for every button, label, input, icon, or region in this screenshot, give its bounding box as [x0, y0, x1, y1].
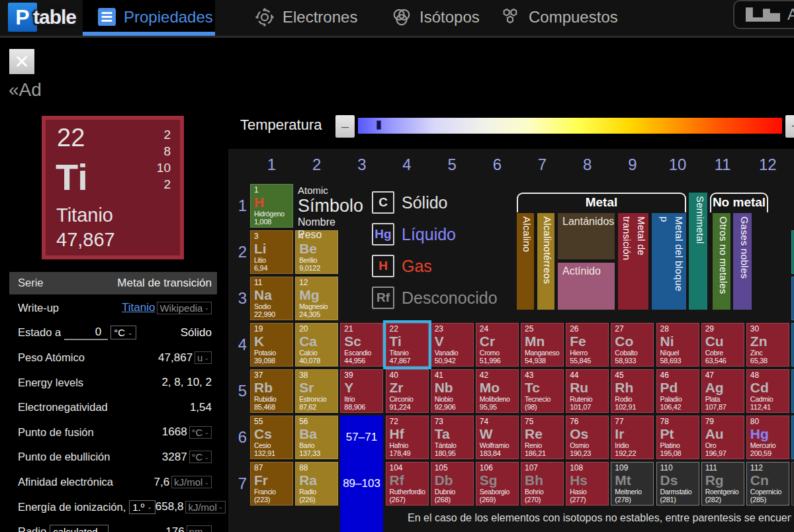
element-weight: 107,87 — [705, 403, 744, 412]
element-cell-Cr[interactable]: 24CrCromo51,996 — [476, 323, 519, 367]
element-cell-Sc[interactable]: 21ScEscandio44,956 — [340, 323, 383, 367]
temperature-slider[interactable] — [358, 118, 782, 134]
f-block-marker[interactable]: 57–71 89–103 — [340, 416, 383, 532]
element-weight: 91,224 — [390, 403, 428, 412]
element-cell-Os[interactable]: 76OsOsmio190,23 — [566, 416, 609, 459]
temperature-minus-button[interactable]: – — [335, 115, 355, 138]
element-cell-W[interactable]: 74WWolframio183,84 — [476, 416, 519, 459]
element-symbol: Ru — [570, 380, 608, 395]
element-cell-Cn[interactable]: 112CnCopernicio(285) — [746, 462, 789, 506]
element-weight: 24,305 — [299, 310, 337, 319]
element-cell-Ta[interactable]: 73TaTántalo180,95 — [431, 416, 474, 459]
element-cell-Ds[interactable]: 110DsDarmstatio(281) — [656, 462, 699, 506]
element-cell-Ni[interactable]: 28NiNíquel58,693 — [656, 323, 699, 367]
element-cell-H[interactable]: 1HHidrógeno1,008 — [250, 184, 293, 228]
element-name: Calcio — [299, 349, 337, 357]
element-cell-Hf[interactable]: 72HfHafnio178,49 — [386, 416, 429, 459]
edge-element-cell[interactable] — [791, 277, 794, 320]
element-cell-Mn[interactable]: 25MnManganeso54,938 — [521, 323, 564, 367]
element-number: 74 — [480, 417, 518, 426]
element-cell-Fe[interactable]: 26FeHierro55,845 — [566, 323, 609, 367]
tab-compuestos[interactable]: Compuestos — [500, 0, 618, 34]
element-cell-Bh[interactable]: 107BhBohrio(270) — [521, 462, 564, 506]
element-cell-Cd[interactable]: 48CdCadmio112,41 — [746, 369, 789, 413]
element-cell-K[interactable]: 19KPotasio39,098 — [250, 323, 293, 367]
element-cell-Y[interactable]: 39YItrio88,906 — [340, 369, 383, 413]
ad-close-icon[interactable]: ✕ — [9, 49, 34, 74]
element-cell-Hs[interactable]: 108HsHasio(277) — [566, 462, 609, 506]
property-option-dropdown[interactable]: calculated⌄ — [50, 525, 109, 532]
element-number: 38 — [299, 371, 337, 380]
element-cell-Zr[interactable]: 40ZrCirconio91,224 — [386, 369, 429, 413]
element-cell-Mg[interactable]: 12MgMagnesio24,305 — [295, 277, 338, 320]
edge-element-cell[interactable] — [791, 369, 794, 413]
element-cell-Rf[interactable]: 104RfRutherfordio(267) — [386, 462, 429, 506]
element-cell-Pd[interactable]: 46PdPaladio106,42 — [656, 369, 699, 413]
element-cell-Ca[interactable]: 20CaCalcio40,078 — [295, 323, 338, 367]
element-weight: 178,49 — [390, 449, 428, 458]
element-cell-Tc[interactable]: 43TcTecnecio(98) — [521, 369, 564, 413]
temperature-slider-handle[interactable] — [376, 120, 381, 130]
element-cell-Li[interactable]: 3LiLitio6,94 — [250, 230, 293, 274]
element-cell-Rh[interactable]: 45RhRodio102,91 — [611, 369, 654, 413]
tab-propiedades[interactable]: Propiedades — [83, 0, 215, 34]
element-cell-Cs[interactable]: 55CsCesio132,91 — [250, 416, 293, 459]
element-cell-Ti[interactable]: 22TiTitanio47,867 — [386, 323, 429, 367]
element-cell-Au[interactable]: 79AuOro196,97 — [701, 416, 744, 459]
element-symbol: Bh — [525, 472, 563, 488]
temperature-plus-button[interactable]: + — [785, 115, 794, 138]
tab-isotopos[interactable]: Isótopos — [392, 0, 480, 34]
element-cell-Na[interactable]: 11NaSodio22,990 — [250, 277, 293, 320]
temperature-unit-dropdown[interactable]: °C⌄ — [110, 326, 136, 339]
element-cell-Ra[interactable]: 88RaRadio(226) — [295, 462, 338, 506]
property-option-dropdown[interactable]: 1.º⌄ — [129, 500, 155, 514]
tab-electrones[interactable]: Electrones — [255, 0, 357, 34]
element-symbol: Hs — [570, 472, 608, 488]
ptable-logo[interactable]: P table — [8, 2, 76, 32]
lanthanide-range-label[interactable]: 57–71 — [340, 416, 383, 459]
edge-element-cell[interactable] — [791, 416, 794, 459]
element-cell-Ir[interactable]: 77IrIridio192,22 — [611, 416, 654, 459]
edge-element-cell[interactable] — [791, 230, 794, 274]
property-value: 47,867 — [158, 351, 193, 365]
unit-dropdown[interactable]: kJ/mol⌄ — [185, 501, 226, 513]
unit-dropdown[interactable]: °C⌄ — [189, 451, 212, 463]
state-legend-label: Sólido — [402, 193, 448, 212]
wide-table-toggle-button[interactable]: A — [733, 0, 794, 29]
element-cell-Mt[interactable]: 109MtMeitnerio(278) — [611, 462, 654, 506]
element-cell-Re[interactable]: 75ReRenio186,21 — [521, 416, 564, 459]
unit-dropdown[interactable]: °C⌄ — [189, 426, 212, 439]
writeup-source-dropdown[interactable]: Wikipedia⌄ — [157, 302, 212, 314]
element-card-symbol: Ti — [56, 155, 88, 199]
state-temperature-input[interactable]: 0 — [64, 326, 108, 340]
element-cell-Pt[interactable]: 78PtPlatino195,08 — [656, 416, 699, 459]
element-cell-Rb[interactable]: 37RbRubidio85,468 — [250, 369, 293, 413]
actinide-range-label[interactable]: 89–103 — [340, 462, 383, 506]
element-cell-Sr[interactable]: 38SrEstroncio87,62 — [295, 369, 338, 413]
element-cell-Ba[interactable]: 56BaBario137,33 — [295, 416, 338, 459]
element-cell-Nb[interactable]: 41NbNiobio92,906 — [431, 369, 474, 413]
element-cell-Fr[interactable]: 87FrFrancio(223) — [250, 462, 293, 506]
element-weight: (226) — [299, 496, 337, 504]
element-cell-Rg[interactable]: 111RgRoentgenio(282) — [701, 462, 744, 506]
writeup-link[interactable]: Titanio — [122, 301, 155, 314]
element-cell-Hg[interactable]: 80HgMercurio200,59 — [746, 416, 789, 459]
element-cell-Ag[interactable]: 47AgPlata107,87 — [701, 369, 744, 413]
shell-count: 10 — [157, 159, 171, 176]
element-number: 12 — [299, 278, 337, 287]
element-cell-Co[interactable]: 27CoCobalto58,933 — [611, 323, 654, 367]
element-cell-Ru[interactable]: 44RuRutenio101,07 — [566, 369, 609, 413]
element-weight: 55,845 — [570, 357, 608, 365]
unit-dropdown[interactable]: kJ/mol⌄ — [171, 476, 212, 488]
element-cell-Sg[interactable]: 106SgSeaborgio(269) — [476, 462, 519, 506]
element-cell-Zn[interactable]: 30ZnZinc65,38 — [746, 323, 789, 367]
isotope-footnote: En el caso de los elementos con isotopos… — [408, 512, 791, 524]
element-cell-Db[interactable]: 105DbDubnio(268) — [431, 462, 474, 506]
element-cell-Cu[interactable]: 29CuCobre63,546 — [701, 323, 744, 367]
edge-element-cell[interactable] — [791, 323, 794, 367]
unit-dropdown[interactable]: u⌄ — [195, 351, 212, 364]
edge-element-cell[interactable] — [791, 462, 794, 506]
element-cell-Mo[interactable]: 42MoMolibdeno95,95 — [476, 369, 519, 413]
unit-dropdown[interactable]: pm⌄ — [187, 525, 212, 532]
element-cell-V[interactable]: 23VVanadio50,942 — [431, 323, 474, 367]
